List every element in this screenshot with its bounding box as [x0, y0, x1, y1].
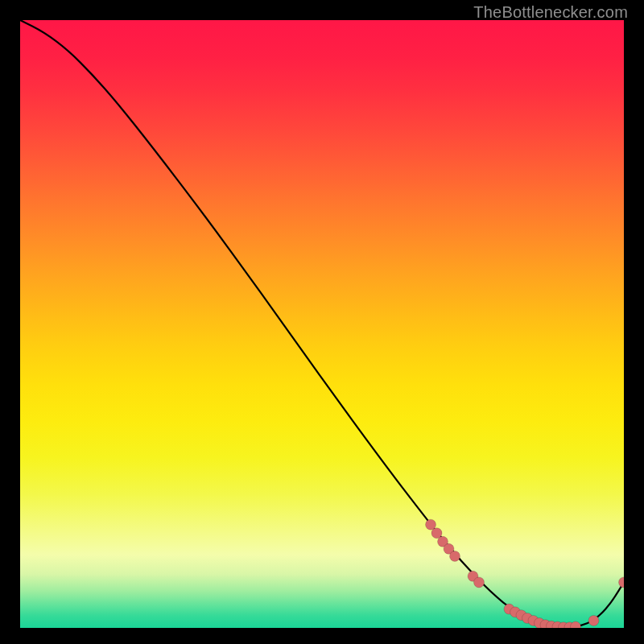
chart-svg	[20, 20, 624, 628]
attribution-text: TheBottlenecker.com	[473, 3, 628, 22]
data-marker	[474, 577, 485, 588]
chart-plot	[20, 20, 624, 628]
gradient-background	[20, 20, 624, 628]
data-marker	[450, 551, 460, 561]
data-marker	[588, 615, 599, 625]
chart-stage: TheBottlenecker.com	[0, 0, 644, 644]
